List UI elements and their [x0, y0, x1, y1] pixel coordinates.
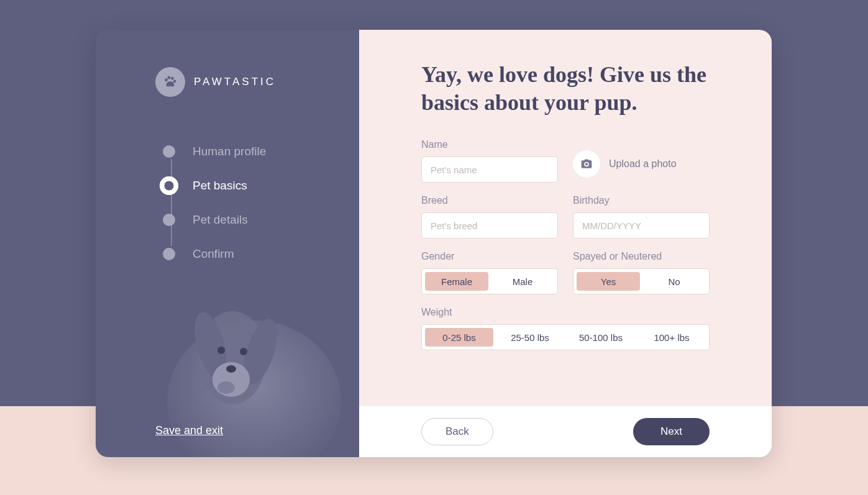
neutered-no-button[interactable]: No	[642, 272, 706, 291]
step-pet-basics[interactable]: Pet basics	[163, 168, 359, 202]
back-button[interactable]: Back	[421, 418, 493, 445]
svg-point-0	[165, 78, 168, 81]
sidebar: PAWTASTIC Human profile Pet basics Pet d…	[96, 30, 359, 457]
step-pet-details[interactable]: Pet details	[163, 202, 359, 237]
weight-label: Weight	[421, 307, 710, 318]
brand-logo: PAWTASTIC	[96, 67, 359, 97]
svg-point-5	[198, 311, 267, 404]
svg-point-9	[217, 381, 235, 394]
step-dot-icon	[163, 145, 175, 158]
form-area: Yay, we love dogs! Give us the basics ab…	[359, 30, 772, 406]
brand-name: PAWTASTIC	[194, 76, 276, 88]
step-human-profile[interactable]: Human profile	[163, 134, 359, 168]
camera-icon	[580, 158, 593, 170]
svg-point-8	[212, 362, 250, 397]
svg-point-12	[226, 365, 236, 373]
gender-toggle: Female Male	[421, 268, 558, 294]
upload-label: Upload a photo	[609, 158, 677, 170]
neutered-toggle: Yes No	[573, 268, 710, 294]
svg-point-3	[173, 80, 176, 83]
birthday-label: Birthday	[573, 195, 710, 206]
weight-toggle: 0-25 lbs 25-50 lbs 50-100 lbs 100+ lbs	[421, 324, 710, 350]
step-dot-icon	[160, 176, 178, 195]
save-and-exit-link[interactable]: Save and exit	[155, 424, 223, 437]
breed-input[interactable]	[421, 212, 558, 238]
step-confirm[interactable]: Confirm	[163, 237, 359, 271]
svg-point-1	[167, 76, 170, 79]
field-birthday: Birthday	[573, 195, 710, 238]
step-label: Human profile	[193, 145, 266, 158]
svg-point-7	[237, 315, 284, 388]
svg-point-6	[189, 309, 233, 382]
gender-female-button[interactable]: Female	[425, 272, 488, 291]
weight-option-2[interactable]: 50-100 lbs	[567, 328, 635, 347]
form-footer: Back Next	[359, 406, 772, 457]
field-gender: Gender Female Male	[421, 251, 558, 294]
main-panel: Yay, we love dogs! Give us the basics ab…	[359, 30, 772, 457]
weight-option-1[interactable]: 25-50 lbs	[496, 328, 564, 347]
next-button[interactable]: Next	[633, 418, 710, 445]
svg-point-11	[240, 348, 247, 355]
name-input[interactable]	[421, 157, 558, 183]
breed-label: Breed	[421, 195, 558, 206]
weight-option-0[interactable]: 0-25 lbs	[425, 328, 493, 347]
neutered-yes-button[interactable]: Yes	[577, 272, 640, 291]
form-grid: Name Upload a photo	[421, 139, 710, 350]
field-upload: Upload a photo	[573, 139, 710, 183]
field-name: Name	[421, 139, 558, 183]
name-label: Name	[421, 139, 558, 150]
field-weight: Weight 0-25 lbs 25-50 lbs 50-100 lbs 100…	[421, 307, 710, 350]
field-breed: Breed	[421, 195, 558, 238]
birthday-input[interactable]	[573, 212, 710, 238]
upload-photo-button[interactable]	[573, 150, 600, 178]
step-dot-icon	[163, 248, 175, 260]
step-label: Confirm	[193, 247, 234, 261]
step-label: Pet basics	[193, 179, 247, 193]
onboarding-card: PAWTASTIC Human profile Pet basics Pet d…	[96, 30, 772, 457]
paw-icon	[155, 67, 185, 97]
field-neutered: Spayed or Neutered Yes No	[573, 251, 710, 294]
page-heading: Yay, we love dogs! Give us the basics ab…	[421, 61, 710, 117]
neutered-label: Spayed or Neutered	[573, 251, 710, 262]
gender-male-button[interactable]: Male	[491, 272, 554, 291]
svg-point-10	[217, 347, 225, 354]
weight-option-3[interactable]: 100+ lbs	[637, 328, 706, 347]
step-dot-icon	[163, 214, 175, 226]
step-label: Pet details	[193, 213, 248, 227]
svg-point-2	[171, 77, 174, 80]
step-list: Human profile Pet basics Pet details Con…	[96, 134, 359, 271]
gender-label: Gender	[421, 251, 558, 262]
